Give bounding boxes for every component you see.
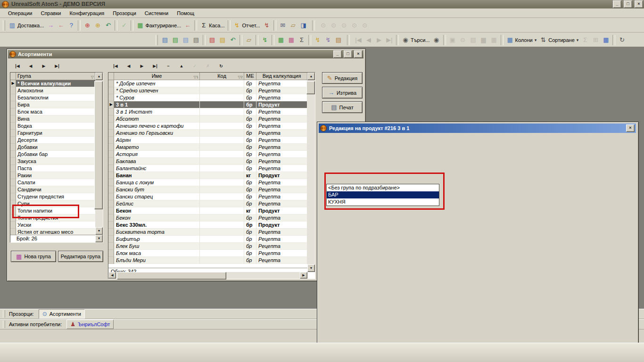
filter-icon[interactable]: ▽ bbox=[91, 74, 94, 81]
group-row[interactable]: Бира bbox=[10, 101, 103, 108]
delete-button[interactable]: → Изтрива bbox=[322, 87, 363, 99]
table-doc-icon[interactable]: ▦ bbox=[276, 34, 286, 46]
find-chart-icon[interactable]: ⊙ bbox=[349, 20, 360, 31]
Бейлис[interactable]: Бейлис бр Рецепта bbox=[108, 200, 307, 207]
Айрян[interactable]: Айрян бр Рецепта bbox=[108, 137, 307, 144]
chart-icon[interactable]: ▆ bbox=[479, 34, 489, 46]
column-header-code[interactable]: Код ▽2 bbox=[200, 73, 244, 80]
save-icon[interactable]: ▣ bbox=[447, 34, 458, 46]
note-doc-icon[interactable]: ▤ bbox=[191, 34, 201, 46]
print-button[interactable]: ▤ Печат bbox=[322, 101, 363, 113]
3 в 1[interactable]: 3 в 1 бр Продукт bbox=[108, 101, 307, 108]
sum-icon[interactable]: Σ bbox=[580, 34, 590, 46]
nav-last-icon[interactable]: ▶| bbox=[384, 34, 395, 46]
Блъди Мери[interactable]: Блъди Мери бр Рецепта bbox=[108, 257, 307, 264]
group-row[interactable]: Вина bbox=[10, 115, 103, 123]
group-row[interactable]: * Всички калкулации bbox=[10, 80, 103, 87]
group-row[interactable]: Ракии bbox=[10, 172, 103, 179]
product-cancel[interactable]: ✗ bbox=[201, 60, 215, 72]
Балантайнс[interactable]: Балантайнс бр Рецепта bbox=[108, 165, 307, 172]
sigma-doc-icon[interactable]: Σ bbox=[297, 34, 307, 46]
Бански старец[interactable]: Бански старец бр Рецепта bbox=[108, 193, 307, 200]
maximize-button[interactable]: □ bbox=[624, 0, 632, 8]
Бекс 330мл.[interactable]: Бекс 330мл. бр Продукт bbox=[108, 222, 307, 229]
Баница с локум[interactable]: Баница с локум бр Рецепта bbox=[108, 179, 307, 186]
product-nav-next[interactable]: ▶ bbox=[135, 60, 149, 72]
Абсолют[interactable]: Абсолют бр Рецепта bbox=[108, 115, 307, 123]
dropdown-option[interactable]: <Без група по подразбиране> bbox=[327, 184, 439, 191]
cash-button[interactable]: Σ Каса... bbox=[198, 20, 226, 31]
group-row[interactable]: Салати bbox=[10, 179, 103, 186]
* Добре изпечен[interactable]: * Добре изпечен бр Рецепта bbox=[108, 80, 307, 87]
group-row[interactable]: Алкохолни bbox=[10, 87, 103, 94]
return-invoice-icon[interactable]: ← bbox=[182, 20, 193, 31]
group-row[interactable]: Блок маса bbox=[10, 108, 103, 115]
group-row[interactable]: Закуска bbox=[10, 158, 103, 165]
menu-item[interactable]: Операции bbox=[4, 9, 36, 17]
dropdown-option[interactable]: БАР bbox=[327, 191, 439, 198]
filter-icon[interactable]: ▽2 bbox=[238, 74, 243, 81]
terminal-check-icon[interactable]: ✓ bbox=[119, 20, 129, 31]
products-hscrollbar[interactable]: ◀ ▶ bbox=[108, 272, 307, 279]
group-nav-prev[interactable]: ◀ bbox=[24, 60, 37, 72]
group-row[interactable]: Супи bbox=[10, 200, 103, 207]
column-header-me[interactable]: МЕ bbox=[244, 73, 256, 80]
report-button[interactable]: ↯ Отчет... bbox=[232, 20, 262, 31]
* Суров[interactable]: * Суров бр Рецепта bbox=[108, 94, 307, 101]
exit-door-icon[interactable]: ◨ bbox=[298, 20, 309, 31]
filter-icon[interactable]: ▽1 bbox=[193, 74, 198, 81]
Бански бут[interactable]: Бански бут бр Рецепта bbox=[108, 186, 307, 193]
nav-first-icon[interactable]: |◀ bbox=[353, 34, 363, 46]
new-doc-yellow-icon[interactable]: ▤ bbox=[217, 34, 228, 46]
mail-icon[interactable]: ✉ bbox=[278, 20, 288, 31]
undo-home-icon[interactable]: ↶ bbox=[103, 20, 113, 31]
product-nav-last[interactable]: ▶| bbox=[149, 60, 162, 72]
wallet-icon[interactable]: ▱ bbox=[288, 20, 298, 31]
find-person-icon[interactable]: ⊙ bbox=[339, 20, 349, 31]
group-row[interactable]: Безалкохлни bbox=[10, 94, 103, 101]
invoicing-button[interactable]: ▦ Фактуриране... bbox=[135, 20, 182, 31]
Блок маса[interactable]: Блок маса бр Рецепта bbox=[108, 250, 307, 257]
nav-next-icon[interactable]: ▶ bbox=[374, 34, 384, 46]
products-vscrollbar[interactable]: ▲ ▼ bbox=[307, 73, 315, 272]
close-button[interactable]: × bbox=[635, 0, 643, 8]
import-doc-icon[interactable]: ▤ bbox=[181, 34, 191, 46]
group-row[interactable]: Водка bbox=[10, 123, 103, 130]
Бекон[interactable]: Бекон бр Рецепта bbox=[108, 214, 307, 222]
active-user-item[interactable]: ♟ ЪнриълСофт bbox=[66, 320, 114, 329]
menu-item[interactable]: Системни bbox=[140, 9, 173, 17]
search-add-icon[interactable]: ◉ bbox=[431, 34, 442, 46]
export-grid-icon[interactable]: ▦ bbox=[489, 34, 499, 46]
window-minimize-button[interactable]: _ bbox=[333, 50, 342, 58]
new-doc-red-icon[interactable]: ▤ bbox=[207, 34, 217, 46]
new-item-red-icon[interactable]: ⊕ bbox=[82, 20, 92, 31]
purse-doc-icon[interactable]: ▱ bbox=[244, 34, 254, 46]
group-nav-last[interactable]: ▶| bbox=[50, 60, 64, 72]
product-nav-first[interactable]: |◀ bbox=[109, 60, 122, 72]
Баклава[interactable]: Баклава бр Рецепта bbox=[108, 158, 307, 165]
nav-prev-icon[interactable]: ◀ bbox=[363, 34, 374, 46]
new-group-button[interactable]: ▦ Нова група bbox=[11, 251, 56, 262]
transfer-in-icon[interactable]: ← bbox=[56, 20, 66, 31]
columns-button[interactable]: ▦ Колони bbox=[505, 34, 538, 46]
product-post[interactable]: ✓ bbox=[188, 60, 201, 72]
product-nav-prev[interactable]: ◀ bbox=[122, 60, 135, 72]
product-refresh[interactable]: ↻ bbox=[215, 60, 228, 72]
table-blue-icon[interactable]: ▦ bbox=[601, 34, 611, 46]
Амарето[interactable]: Амарето бр Рецепта bbox=[108, 144, 307, 151]
menu-item[interactable]: Справки bbox=[36, 9, 65, 17]
column-header-group[interactable]: Група ▽ bbox=[16, 73, 95, 80]
Бисквитена торта[interactable]: Бисквитена торта бр Рецепта bbox=[108, 229, 307, 236]
dialog-close-button[interactable]: × bbox=[626, 124, 635, 132]
delivery-button[interactable]: ▥ Доставка... bbox=[7, 20, 45, 31]
quick-report-icon[interactable]: ↯ bbox=[260, 34, 270, 46]
column-header-name[interactable]: Име ▽1 bbox=[114, 73, 200, 80]
flash-doc-icon[interactable]: ↯ bbox=[313, 34, 323, 46]
group-row[interactable]: Добавки бар bbox=[10, 151, 103, 158]
user-report-icon[interactable]: ↯ bbox=[262, 20, 272, 31]
Агнешко печено с картофи[interactable]: Агнешко печено с картофи бр Рецепта bbox=[108, 123, 307, 130]
Агнешко по Гергьовски[interactable]: Агнешко по Гергьовски бр Рецепта bbox=[108, 130, 307, 137]
group-nav-next[interactable]: ▶ bbox=[37, 60, 50, 72]
menu-item[interactable]: Помощ bbox=[173, 9, 198, 17]
menu-item[interactable]: Прозорци bbox=[108, 9, 140, 17]
